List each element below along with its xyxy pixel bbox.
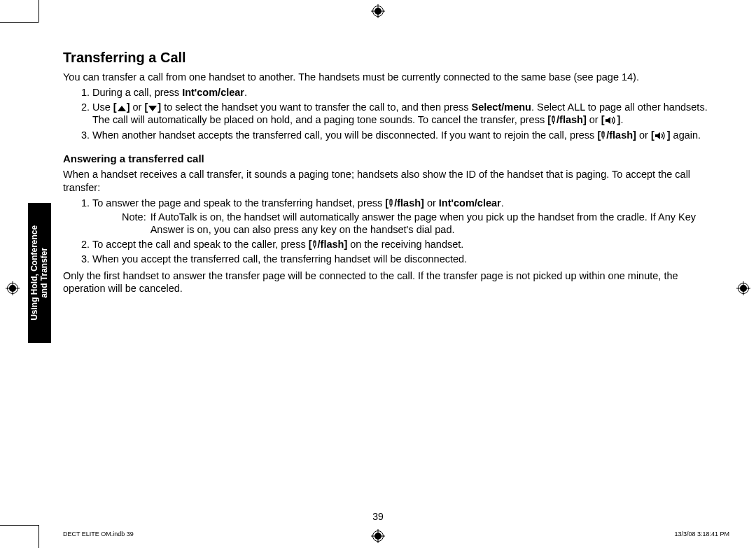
key-speaker-icon: [] xyxy=(651,129,671,141)
step-item: To accept the call and speak to the call… xyxy=(92,238,721,251)
step-item: To answer the page and speak to the tran… xyxy=(92,197,721,236)
register-mark-icon xyxy=(371,4,385,18)
footer-timestamp: 13/3/08 3:18:41 PM xyxy=(674,531,729,538)
key-up-icon: [] xyxy=(113,101,130,113)
paragraph: Only the first handset to answer the tra… xyxy=(63,269,721,295)
register-mark-icon xyxy=(736,281,750,295)
svg-rect-26 xyxy=(655,134,657,137)
note-body: If AutoTalk is on, the handset will auto… xyxy=(150,211,721,236)
key-flash-icon: [/flash] xyxy=(547,114,587,125)
steps-list-1: During a call, press Int'com/clear. Use … xyxy=(63,86,721,141)
key-flash-icon: [/flash] xyxy=(309,239,348,250)
svg-point-25 xyxy=(603,132,603,133)
page-title: Transferring a Call xyxy=(63,49,721,66)
svg-point-30 xyxy=(391,200,391,201)
svg-rect-31 xyxy=(314,241,316,246)
svg-rect-23 xyxy=(602,132,604,137)
page-content: Transferring a Call You can transfer a c… xyxy=(63,49,721,297)
key-label: Int'com/clear xyxy=(182,87,244,98)
svg-marker-27 xyxy=(657,132,660,139)
svg-marker-22 xyxy=(608,117,610,124)
key-speaker-icon: [] xyxy=(601,114,621,125)
step-item: When you accept the transferred call, th… xyxy=(92,253,721,265)
svg-point-20 xyxy=(553,118,554,118)
svg-marker-17 xyxy=(148,106,157,111)
subheading: Answering a transferred call xyxy=(63,153,721,166)
register-mark-icon xyxy=(371,529,385,543)
key-label: Int'com/clear xyxy=(439,197,501,209)
footer-filename: DECT ELITE OM.indb 39 xyxy=(63,531,134,538)
section-tab-label: Using Hold, Conferenceand Transfer xyxy=(30,225,50,321)
key-flash-icon: [/flash] xyxy=(597,129,636,141)
svg-marker-16 xyxy=(118,106,126,111)
page-number: 39 xyxy=(0,511,756,522)
note-block: Note: If AutoTalk is on, the handset wil… xyxy=(92,211,721,236)
svg-rect-21 xyxy=(606,119,608,122)
paragraph: When a handset receives a call transfer,… xyxy=(63,168,721,193)
svg-point-33 xyxy=(314,241,314,242)
key-down-icon: [] xyxy=(144,101,161,113)
step-item: Use [] or [] to select the handset you w… xyxy=(92,101,721,126)
svg-rect-28 xyxy=(390,199,392,205)
key-flash-icon: [/flash] xyxy=(385,197,424,209)
key-label: Select/menu xyxy=(471,101,531,113)
section-tab: Using Hold, Conferenceand Transfer xyxy=(28,203,51,343)
crop-mark xyxy=(0,22,38,23)
step-item: During a call, press Int'com/clear. xyxy=(92,86,721,99)
svg-rect-18 xyxy=(552,116,554,122)
intro-paragraph: You can transfer a call from one handset… xyxy=(63,71,721,83)
step-item: When another handset accepts the transfe… xyxy=(92,129,721,141)
note-label: Note: xyxy=(122,211,150,236)
crop-mark xyxy=(38,0,39,22)
crop-mark xyxy=(0,525,38,526)
steps-list-2: To answer the page and speak to the tran… xyxy=(63,197,721,266)
register-mark-icon xyxy=(6,281,20,295)
crop-mark xyxy=(38,525,39,548)
